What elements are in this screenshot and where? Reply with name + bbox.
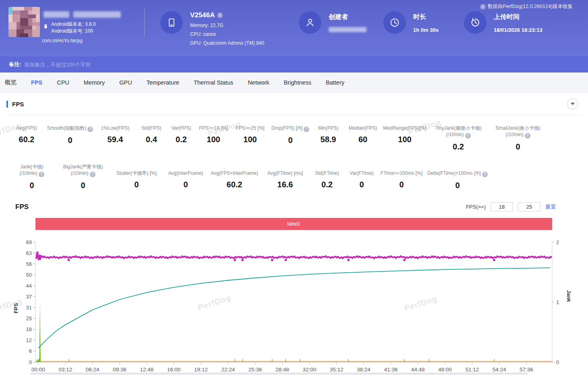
- stat-value: 59.4: [94, 135, 136, 144]
- svg-text:44:48: 44:48: [411, 367, 425, 373]
- stat-cell: FTime>=100ms [%]0: [379, 164, 424, 189]
- svg-text:41:36: 41:36: [384, 367, 398, 373]
- stat-value: 0.2: [309, 180, 345, 189]
- chart-banner: label1: [35, 218, 552, 230]
- stat-label: FTime>=100ms [%]: [381, 170, 422, 176]
- fps-panel: FPS Avg(FPS)60.2 Smooth(稳帧指数)?0 1%Low(FP…: [0, 93, 588, 375]
- help-icon[interactable]: ?: [87, 126, 93, 132]
- tab-fps[interactable]: FPS: [24, 79, 50, 86]
- svg-text:06:24: 06:24: [86, 367, 99, 373]
- app-avatar: [8, 7, 40, 37]
- svg-text:32:00: 32:00: [302, 367, 316, 373]
- note-bar: 备注:: [0, 56, 588, 73]
- tab-thermal-status[interactable]: Thermal Status: [186, 79, 240, 86]
- stat-value: 60: [345, 135, 381, 144]
- stat-cell: 1%Low(FPS)59.4: [94, 125, 136, 144]
- stat-cell: Var(FTime)0: [345, 164, 379, 189]
- svg-text:03:12: 03:12: [58, 367, 72, 373]
- svg-text:57:36: 57:36: [520, 367, 533, 373]
- fps-threshold-max-input[interactable]: [518, 202, 540, 211]
- svg-text:69: 69: [26, 239, 32, 245]
- stat-label: Drop(FPS) [/h]: [271, 125, 302, 131]
- stat-label: SmallJank(微小卡顿): [495, 125, 540, 131]
- svg-text:00:00: 00:00: [31, 367, 45, 373]
- clock-icon: [389, 17, 400, 28]
- tab-gpu[interactable]: GPU: [112, 79, 139, 86]
- stat-value: 0: [7, 181, 56, 190]
- stat-label: Var(FTime): [350, 170, 373, 176]
- stat-label-2: (/10min): [446, 132, 464, 137]
- help-icon[interactable]: ?: [525, 133, 530, 139]
- fps-chart-svg: 061218253137445056636901200:0003:1206:24…: [0, 232, 588, 375]
- svg-text:31: 31: [26, 305, 32, 311]
- stat-label: MedRange(FPS)[%]: [383, 125, 426, 131]
- device-info: V2546A i Memory: 22.7G CPU: cance GPU: Q…: [190, 11, 264, 46]
- stat-label: Median(FPS): [349, 125, 377, 131]
- stat-value: 0: [269, 136, 312, 145]
- reset-link[interactable]: 重置: [545, 203, 556, 211]
- chevron-down-icon: [571, 103, 575, 105]
- redacted-text-block: [73, 11, 121, 18]
- help-icon[interactable]: ?: [39, 172, 44, 177]
- stat-label: Std(FPS): [141, 125, 161, 131]
- stat-cell: Median(FPS)60: [345, 125, 381, 144]
- svg-text:FPS: FPS: [13, 303, 19, 313]
- help-icon[interactable]: ?: [465, 133, 471, 139]
- svg-text:38:24: 38:24: [357, 367, 371, 373]
- info-icon[interactable]: i: [217, 12, 223, 18]
- help-icon[interactable]: ?: [482, 172, 488, 177]
- fps-threshold-min-input[interactable]: [491, 202, 513, 211]
- creator-info: 创建者: [329, 13, 366, 32]
- collapse-section-button[interactable]: [567, 98, 578, 110]
- creator-label: 创建者: [329, 13, 366, 21]
- upload-info: 上传时间 18/01/2026 18:23:13: [494, 13, 542, 33]
- stat-cell: Delta(FTime)>100ms [/h]?0: [424, 164, 491, 190]
- tab-temperature[interactable]: Temperature: [139, 79, 186, 86]
- pixelated-avatar-image: [8, 7, 40, 37]
- fps-chart: 061218253137445056636901200:0003:1206:24…: [0, 232, 588, 375]
- help-icon[interactable]: ?: [90, 172, 95, 177]
- svg-text:12: 12: [26, 337, 32, 343]
- svg-text:12:48: 12:48: [140, 367, 153, 373]
- stat-label: TinyJank(极微小卡顿): [435, 125, 482, 131]
- android-icon: [43, 23, 49, 29]
- stat-cell: Avg(InterFrame)0: [164, 164, 208, 189]
- svg-text:16:00: 16:00: [167, 367, 181, 373]
- tab-network[interactable]: Network: [240, 79, 276, 86]
- tab-memory[interactable]: Memory: [77, 79, 112, 86]
- tab-brightness[interactable]: Brightness: [277, 79, 319, 86]
- stat-value: 0: [345, 180, 379, 189]
- svg-text:6: 6: [29, 348, 32, 354]
- stat-cell: Drop(FPS) [/h]?0: [269, 125, 312, 145]
- redacted-text-block: [43, 11, 69, 18]
- chart-head: FPS FPS(>=) 重置: [0, 190, 588, 211]
- tab-battery[interactable]: Battery: [319, 79, 352, 86]
- svg-text:25:36: 25:36: [248, 367, 262, 373]
- note-input[interactable]: [24, 62, 579, 68]
- stat-value: 0.2: [429, 142, 488, 151]
- stat-cell: MedRange(FPS)[%]100: [381, 125, 429, 144]
- device-gpu: GPU: Qualcomm Adreno (TM) 840: [190, 40, 264, 46]
- svg-text:Jank: Jank: [566, 290, 572, 302]
- device-circle: [160, 11, 183, 34]
- stat-cell: Avg(FTime) [ms]16.6: [261, 164, 309, 189]
- stat-cell: FPS>=18 [%]100: [196, 125, 231, 144]
- header-divider: [144, 9, 145, 36]
- help-icon[interactable]: ?: [304, 126, 309, 132]
- svg-text:28:48: 28:48: [275, 367, 289, 373]
- app-package-name: com.miHoYo.hkrpg: [42, 38, 83, 44]
- upload-value: 18/01/2026 18:23:13: [494, 27, 542, 33]
- stat-cell: FPS>=25 [%]100: [231, 125, 269, 144]
- svg-text:50: 50: [26, 272, 32, 278]
- chart-scrollbar[interactable]: [30, 373, 528, 375]
- duration-circle: [383, 11, 406, 34]
- stat-label-2: (/10min): [505, 132, 523, 137]
- stat-value: 60.2: [208, 180, 261, 189]
- stat-value: 100: [196, 135, 231, 144]
- stat-cell: Avg(FPS+InterFrame)60.2: [208, 164, 261, 189]
- tab-overview[interactable]: 概览: [0, 79, 24, 86]
- stat-label-2: (/10min): [70, 170, 88, 176]
- perfdog-report-page: i 数据由PerfDog(12.0.260124)版本收集: [0, 0, 588, 375]
- tab-cpu[interactable]: CPU: [50, 79, 77, 86]
- stat-value: 0: [379, 180, 424, 189]
